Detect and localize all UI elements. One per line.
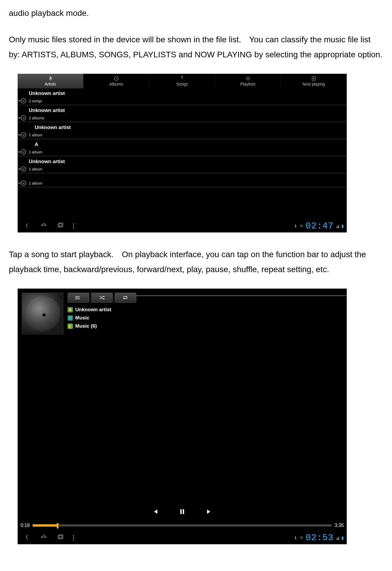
artist-group[interactable]: Unknown artist 2 songs [18, 88, 347, 106]
disc-icon [113, 76, 119, 81]
tab-artists[interactable]: Artists [18, 74, 83, 88]
svg-point-25 [70, 318, 71, 318]
expand-icon[interactable] [18, 149, 28, 155]
artist-group[interactable]: Unknown artist 1 album [18, 123, 347, 140]
artist-sub: 1 album [29, 181, 42, 185]
svg-point-2 [116, 78, 117, 79]
svg-rect-23 [70, 308, 71, 310]
back-icon[interactable] [24, 534, 31, 542]
tab-label: Playlists [240, 82, 255, 86]
album-name: Music [75, 315, 89, 321]
artist-sub: 2 albums [29, 116, 44, 120]
artist-sub: 2 songs [29, 99, 42, 103]
queue-button[interactable] [68, 293, 89, 303]
artist-group[interactable]: A 1 album [18, 140, 347, 157]
svg-rect-18 [58, 224, 62, 227]
recent-apps-icon[interactable] [56, 222, 64, 230]
doc-paragraph: Tap a song to start playback. On playbac… [9, 247, 383, 277]
svg-rect-0 [50, 76, 51, 79]
time-bar: 0:18 3:35 [18, 520, 347, 531]
wifi-icon: ◢ [336, 535, 339, 540]
svg-rect-29 [59, 535, 63, 538]
download-icon: ⬇ [294, 535, 297, 540]
usb-icon: Ψ [300, 535, 303, 540]
album-art[interactable] [22, 293, 63, 334]
svg-point-20 [76, 296, 76, 297]
seek-thumb[interactable] [57, 523, 58, 528]
artist-group[interactable]: Unknown artist 1 album [18, 157, 347, 174]
svg-rect-16 [18, 182, 21, 184]
svg-rect-19 [59, 223, 63, 226]
note-icon [68, 324, 73, 329]
battery-icon: ▮ [341, 535, 344, 540]
repeat-button[interactable] [115, 293, 136, 303]
svg-rect-3 [181, 76, 183, 77]
artist-name: Unknown artist [18, 124, 347, 131]
tab-label: Now playing [302, 82, 325, 86]
battery-icon: ▮ [341, 224, 344, 228]
tab-label: Artists [45, 82, 56, 86]
back-icon[interactable] [24, 222, 31, 230]
disc2-icon [311, 76, 317, 81]
elapsed-time: 0:18 [21, 523, 30, 528]
tab-label: Albums [109, 82, 123, 86]
home-icon[interactable] [40, 222, 48, 230]
expand-icon[interactable] [18, 180, 28, 186]
note-icon [179, 76, 185, 81]
mic-icon [68, 307, 73, 312]
doc-paragraph: Only music files stored in the device wi… [9, 32, 383, 62]
svg-rect-8 [18, 117, 21, 119]
shuffle-button[interactable] [91, 293, 113, 303]
svg-rect-27 [183, 509, 184, 514]
pause-button[interactable] [179, 508, 185, 516]
clock: 02:47 [306, 221, 334, 231]
next-button[interactable] [206, 508, 212, 516]
svg-rect-6 [18, 100, 21, 102]
artist-name: A [18, 141, 347, 148]
svg-rect-12 [18, 151, 21, 153]
tab-songs[interactable]: Songs [149, 74, 215, 88]
tab-bar: Artists Albums Songs Playlists Now playi… [18, 74, 347, 88]
artist-name: Unknown artist [18, 158, 347, 165]
artist-sub: 1 album [29, 133, 42, 137]
artist-group[interactable]: 1 album [18, 174, 347, 188]
artist-list: Unknown artist 2 songs Unknown artist 2 … [18, 88, 347, 188]
mic-icon [48, 76, 53, 81]
svg-point-7 [21, 98, 26, 103]
expand-icon[interactable] [18, 166, 28, 172]
total-time: 3:35 [335, 523, 344, 528]
download-icon: ⬇ [294, 224, 297, 228]
list-icon [245, 76, 251, 81]
artist-group[interactable]: Unknown artist 2 albums [18, 106, 347, 123]
music-library-screenshot: Artists Albums Songs Playlists Now playi… [18, 74, 347, 232]
seek-bar[interactable] [33, 524, 332, 527]
clock: 02:53 [306, 533, 334, 543]
artist-name: Unknown artist [18, 90, 347, 97]
previous-button[interactable] [152, 508, 158, 516]
tab-albums[interactable]: Albums [83, 74, 149, 88]
artist-name: Unknown artist [75, 307, 111, 313]
svg-rect-10 [18, 134, 21, 136]
usb-icon: Ψ [300, 224, 303, 228]
svg-rect-28 [58, 535, 62, 539]
svg-point-11 [21, 133, 26, 137]
album-line: Music [68, 315, 343, 321]
home-icon[interactable] [40, 534, 48, 542]
menu-icon[interactable] [73, 223, 74, 229]
doc-paragraph: audio playback mode. [9, 6, 383, 21]
wifi-icon: ◢ [336, 224, 339, 228]
expand-icon[interactable] [18, 132, 28, 138]
svg-rect-26 [180, 509, 182, 514]
expand-icon[interactable] [18, 98, 28, 104]
artist-line: Unknown artist [68, 307, 343, 313]
svg-rect-14 [18, 168, 21, 170]
expand-icon[interactable] [18, 115, 28, 121]
artist-name: Unknown artist [18, 107, 347, 114]
tab-now-playing[interactable]: Now playing [281, 74, 347, 88]
artist-sub: 1 album [29, 150, 42, 154]
svg-point-22 [76, 299, 76, 299]
recent-apps-icon[interactable] [56, 534, 64, 542]
tab-playlists[interactable]: Playlists [215, 74, 281, 88]
menu-icon[interactable] [73, 535, 74, 540]
track-name: Music (6) [75, 323, 97, 329]
